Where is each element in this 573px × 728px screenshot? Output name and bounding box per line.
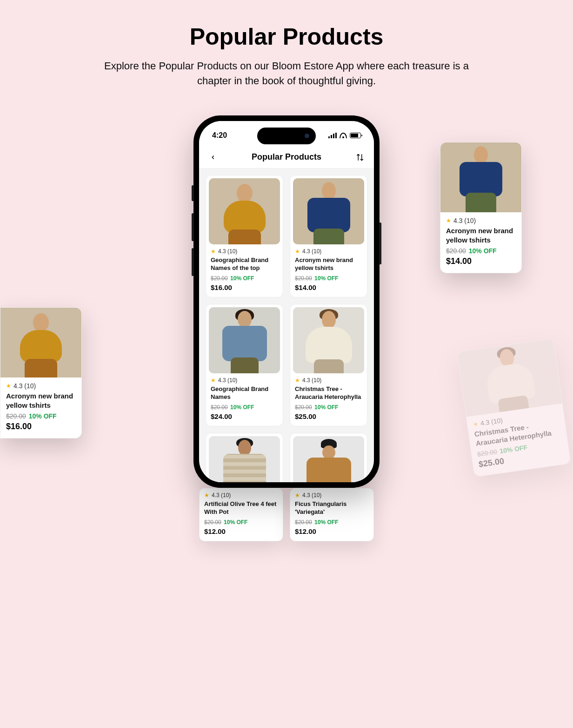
rating-value: 4.3 (10) (302, 492, 321, 499)
old-price: $20.00 (295, 404, 312, 411)
product-image (209, 436, 280, 482)
product-name: Geographical Brand Names of the top (211, 256, 278, 272)
product-image (293, 436, 364, 482)
star-icon: ★ (295, 377, 300, 384)
page-subtitle: Explore the Popular Products on our Bloo… (96, 59, 477, 88)
old-price: $20.00 (204, 519, 221, 526)
old-price: $20.00 (477, 448, 498, 458)
old-price: $20.00 (6, 412, 26, 420)
price: $24.00 (211, 412, 278, 420)
app-bar: Popular Products (199, 146, 374, 169)
old-price: $20.00 (295, 519, 312, 526)
rating-value: 4.3 (10) (302, 248, 321, 255)
product-image (293, 178, 364, 244)
product-name: Christmas Tree - Araucaria Heterophylla (295, 385, 362, 401)
product-image (293, 307, 364, 373)
product-name: Acronym new brand yellow tshirts (295, 256, 362, 272)
wifi-icon (340, 133, 347, 138)
product-card[interactable]: ★4.3 (10) Ficus Triangularis 'Variegata'… (290, 433, 367, 482)
price: $16.00 (6, 422, 76, 431)
product-image: SALE (209, 178, 280, 244)
product-card[interactable]: ★4.3 (10) Acronym new brand yellow tshir… (290, 175, 367, 297)
product-card[interactable]: ★4.3 (10) Artificial Olive Tree 4 feet W… (206, 433, 283, 482)
discount-badge: 10% OFF (314, 519, 338, 526)
price: $14.00 (295, 283, 362, 291)
rating-value: 4.3 (10) (480, 417, 503, 427)
rating-value: 4.3 (10) (212, 492, 231, 499)
discount-badge: 10% OFF (230, 404, 254, 411)
price: $12.00 (295, 527, 369, 535)
product-name: Artificial Olive Tree 4 feet With Pot (204, 500, 278, 516)
discount-badge: 10% OFF (314, 275, 338, 282)
star-icon: ★ (446, 217, 451, 224)
discount-badge: 10% OFF (29, 412, 57, 420)
product-image (440, 142, 521, 212)
old-price: $20.00 (295, 275, 312, 282)
rating-value: 4.3 (10) (13, 382, 36, 390)
phone-mockup: 4:20 Popular Products SALE (193, 115, 380, 488)
page-title: Popular Products (0, 23, 573, 50)
old-price: $20.00 (446, 247, 466, 255)
product-card[interactable]: ★4.3 (10) Artificial Olive Tree 4 feet W… (199, 488, 283, 541)
discount-badge: 10% OFF (224, 519, 247, 526)
old-price: $20.00 (211, 275, 228, 282)
notch (257, 128, 316, 144)
rating-value: 4.3 (10) (302, 377, 321, 384)
product-card[interactable]: ★4.3 (10) Geographical Brand Names $20.0… (206, 304, 283, 426)
star-icon: ★ (295, 248, 300, 255)
discount-badge: 10% OFF (230, 275, 254, 282)
star-icon: ★ (211, 248, 216, 255)
product-name: Acronym new brand yellow tshirts (446, 226, 516, 244)
star-icon: ★ (473, 420, 479, 427)
rating-value: 4.3 (10) (218, 248, 237, 255)
discount-badge: 10% OFF (314, 404, 338, 411)
signal-icon (328, 133, 337, 138)
product-image: SALE (0, 308, 81, 377)
screen-title: Popular Products (252, 152, 321, 162)
sort-button[interactable] (354, 152, 366, 163)
rating-value: 4.3 (10) (453, 217, 476, 224)
product-name: Ficus Triangularis 'Variegata' (295, 500, 369, 516)
star-icon: ★ (204, 492, 209, 499)
star-icon: ★ (295, 492, 300, 499)
price: $14.00 (446, 256, 516, 266)
floating-card-left: SALE ★4.3 (10) Acronym new brand yellow … (0, 307, 82, 438)
battery-icon (350, 133, 361, 138)
price: $16.00 (211, 283, 278, 291)
product-card[interactable]: ★4.3 (10) Christmas Tree - Araucaria Het… (290, 304, 367, 426)
overflow-grid: ★4.3 (10) Artificial Olive Tree 4 feet W… (199, 488, 374, 541)
product-card[interactable]: SALE ★4.3 (10) Geographical Brand Names … (206, 175, 283, 297)
price: $25.00 (295, 412, 362, 420)
star-icon: ★ (6, 383, 11, 389)
product-grid: SALE ★4.3 (10) Geographical Brand Names … (206, 175, 367, 482)
product-name: Geographical Brand Names (211, 385, 278, 401)
product-card[interactable]: ★4.3 (10) Ficus Triangularis 'Variegata'… (290, 488, 374, 541)
floating-card-right-bottom: ★4.3 (10) Christmas Tree - Araucaria Het… (457, 338, 571, 478)
product-name: Acronym new brand yellow tshirts (6, 391, 76, 410)
old-price: $20.00 (211, 404, 228, 411)
status-time: 4:20 (212, 131, 227, 140)
back-button[interactable] (207, 152, 219, 163)
star-icon: ★ (211, 377, 216, 384)
product-image (209, 307, 280, 373)
floating-card-right: ★4.3 (10) Acronym new brand yellow tshir… (440, 142, 522, 273)
rating-value: 4.3 (10) (218, 377, 237, 384)
discount-badge: 10% OFF (469, 247, 497, 255)
product-image (457, 339, 562, 417)
price: $12.00 (204, 527, 278, 535)
